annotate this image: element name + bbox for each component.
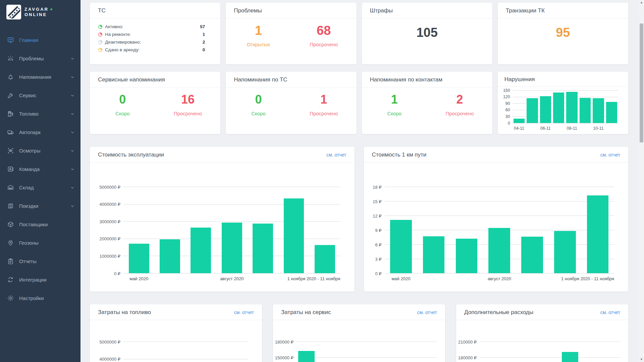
sidebar-item-problemy[interactable]: Проблемы bbox=[0, 49, 80, 68]
sidebar-item-integracii[interactable]: Интеграции bbox=[0, 270, 80, 289]
vehicle-status-label: На ремонте: bbox=[105, 32, 131, 38]
y-axis-tick-label: 0 bbox=[508, 121, 510, 126]
sidebar-item-label: Отчеты bbox=[19, 258, 37, 264]
vehicle-status-value: 1 bbox=[203, 32, 205, 38]
violations-card-title: Нарушения bbox=[504, 76, 535, 83]
sidebar-item-otchety[interactable]: Отчеты bbox=[0, 252, 80, 270]
x-axis-tick-label: 08-11 bbox=[567, 126, 577, 131]
y-axis-tick-label: 6 ₽ bbox=[375, 242, 381, 247]
additional-costs-card: Дополнительные расходы см. отчет 210000 … bbox=[456, 304, 628, 362]
service-reminders-title: Сервисные напоминания bbox=[98, 76, 165, 83]
service-costs-chart: 180000 ₽150000 ₽120000 ₽90000 ₽60000 ₽30… bbox=[273, 342, 445, 362]
problems-card: Проблемы 1 Открытых 68 Просрочено bbox=[226, 3, 356, 64]
sidebar-item-label: Напоминания bbox=[19, 74, 51, 80]
transactions-card-title: Транзакции ТК bbox=[506, 7, 545, 14]
fuel-costs-chart: 5000000 ₽4000000 ₽3000000 ₽2000000 ₽1000… bbox=[90, 342, 262, 362]
warehouse-icon bbox=[7, 184, 14, 191]
sidebar-item-glavnaya[interactable]: Главная bbox=[0, 31, 80, 49]
y-axis-tick-label: 0 ₽ bbox=[114, 271, 120, 276]
scrollbar-down-arrow[interactable]: ▼ bbox=[639, 357, 644, 362]
map-route-icon bbox=[7, 202, 14, 209]
service-reminders-card: Сервисные напоминания 0 Скоро 16 Просроч… bbox=[90, 72, 220, 134]
additional-costs-chart: 210000 ₽180000 ₽150000 ₽120000 ₽90000 ₽6… bbox=[456, 342, 628, 362]
violations-chart: 150120906030004-1106-1108-1110-11 bbox=[498, 90, 628, 131]
dashboard-icon bbox=[7, 37, 14, 44]
fuel-costs-card: Затраты на топливо см. отчет 5000000 ₽40… bbox=[90, 304, 262, 362]
sidebar-item-label: Настройки bbox=[19, 295, 44, 301]
sidebar-item-osmotry[interactable]: Осмотры bbox=[0, 141, 80, 160]
operating-cost-report-link[interactable]: см. отчет bbox=[326, 152, 346, 158]
pie-chart-icon bbox=[98, 48, 103, 52]
bar bbox=[456, 239, 478, 273]
bar bbox=[129, 244, 149, 273]
cost-per-km-report-link[interactable]: см. отчет bbox=[600, 152, 620, 158]
chevron-down-icon bbox=[70, 204, 74, 208]
brand-green-dot bbox=[50, 8, 52, 10]
sidebar-item-poezdki[interactable]: Поездки bbox=[0, 197, 80, 215]
sidebar-nav: ГлавнаяПроблемыНапоминанияСервисТопливоА… bbox=[0, 31, 80, 307]
sidebar-item-geozony[interactable]: Геозоны bbox=[0, 234, 80, 252]
vehicle-status-value: 2 bbox=[203, 39, 205, 45]
sidebar-item-servis[interactable]: Сервис bbox=[0, 86, 80, 105]
chevron-down-icon bbox=[70, 75, 74, 79]
vehicle-reminders-card: Напоминания по ТС 0 Скоро 1 Просрочено bbox=[226, 72, 356, 134]
sidebar-item-komanda[interactable]: Команда bbox=[0, 160, 80, 178]
y-axis-tick-label: 4000000 ₽ bbox=[100, 202, 121, 207]
sidebar-item-napominaniya[interactable]: Напоминания bbox=[0, 68, 80, 86]
operating-cost-chart: 5000000 ₽4000000 ₽3000000 ₽2000000 ₽1000… bbox=[90, 187, 355, 284]
sidebar-item-avtopark[interactable]: Автопарк bbox=[0, 123, 80, 141]
y-axis-tick-label: 60 bbox=[505, 108, 510, 112]
bar bbox=[253, 224, 273, 273]
chevron-down-icon bbox=[70, 57, 74, 61]
vehicle-status-label: Активно: bbox=[105, 24, 123, 30]
truck-icon bbox=[7, 129, 14, 136]
bar bbox=[488, 228, 510, 273]
sidebar-item-label: Интеграции bbox=[19, 277, 47, 283]
y-axis-tick-label: 18 ₽ bbox=[373, 184, 381, 189]
pie-chart-icon bbox=[98, 32, 103, 37]
sidebar-item-nastroyki[interactable]: Настройки bbox=[0, 289, 80, 307]
sidebar-item-label: Автопарк bbox=[19, 129, 41, 135]
y-axis-tick-label: 180000 ₽ bbox=[458, 355, 477, 360]
app-logo[interactable]: ZAVGAR ONLINE bbox=[0, 0, 80, 21]
brand-name: ZAVGAR ONLINE bbox=[24, 7, 52, 17]
y-axis-tick-label: 150000 ₽ bbox=[275, 355, 293, 360]
problems-overdue-value: 68 bbox=[291, 24, 357, 37]
sidebar-item-label: Поездки bbox=[19, 203, 38, 209]
contact-reminders-soon-label: Скоро bbox=[362, 111, 427, 116]
additional-costs-report-link[interactable]: см. отчет bbox=[600, 310, 620, 315]
y-axis-tick-label: 0 ₽ bbox=[375, 271, 381, 276]
sidebar-item-toplivo[interactable]: Топливо bbox=[0, 105, 80, 123]
bar bbox=[566, 92, 577, 123]
chevron-down-icon bbox=[70, 94, 74, 98]
clipboard-icon bbox=[7, 258, 14, 265]
contact-reminders-overdue-value: 2 bbox=[427, 93, 492, 106]
wrench-icon bbox=[7, 92, 14, 99]
x-axis-tick-label: август 2020 bbox=[220, 276, 244, 281]
sidebar-item-label: Сервис bbox=[19, 93, 36, 98]
bar bbox=[562, 352, 578, 362]
bar bbox=[606, 102, 617, 123]
brand-road-icon bbox=[6, 5, 21, 19]
scrollbar-thumb[interactable] bbox=[640, 23, 643, 142]
bar bbox=[580, 98, 591, 123]
service-costs-title: Затраты на сервис bbox=[281, 309, 331, 316]
fuel-costs-report-link[interactable]: см. отчет bbox=[234, 310, 254, 315]
fines-value: 105 bbox=[362, 26, 492, 39]
sidebar-item-postavshchiki[interactable]: Поставщики bbox=[0, 215, 80, 234]
bell-icon bbox=[7, 73, 14, 80]
y-axis-tick-label: 120 bbox=[503, 95, 510, 99]
sidebar-item-label: Геозоны bbox=[19, 240, 39, 246]
scrollbar[interactable]: ▲ ▼ bbox=[639, 0, 644, 362]
chevron-down-icon bbox=[70, 112, 74, 116]
service-costs-card: Затраты на сервис см. отчет 180000 ₽1500… bbox=[273, 304, 445, 362]
scrollbar-up-arrow[interactable]: ▲ bbox=[639, 0, 644, 5]
service-costs-report-link[interactable]: см. отчет bbox=[417, 310, 437, 315]
additional-costs-title: Дополнительные расходы bbox=[464, 309, 533, 316]
y-axis-tick-label: 9 ₽ bbox=[375, 228, 381, 233]
contact-reminders-title: Напоминания по контактам bbox=[370, 76, 443, 83]
cost-per-km-card: Стоимость 1 км пути см. отчет 18 ₽15 ₽12… bbox=[364, 147, 629, 292]
chevron-down-icon bbox=[70, 186, 74, 190]
bar bbox=[222, 223, 242, 273]
sidebar-item-sklad[interactable]: Склад bbox=[0, 178, 80, 197]
